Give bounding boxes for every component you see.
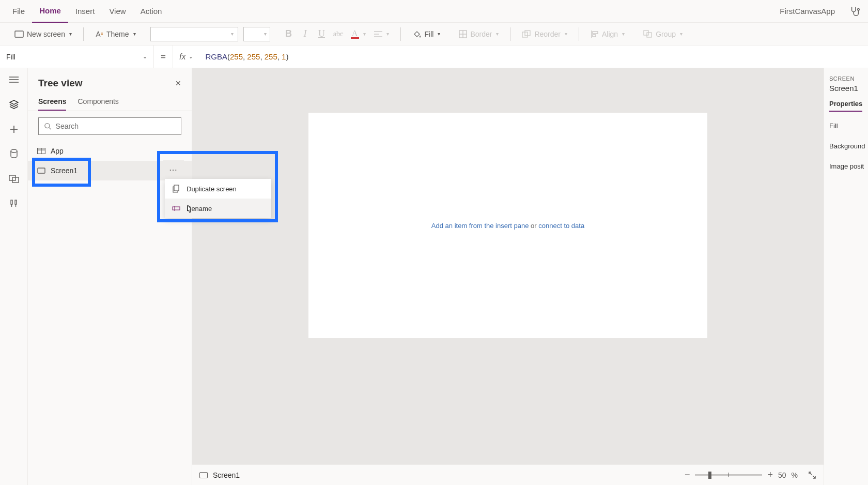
fx-label: fx [179,52,185,62]
italic-button[interactable]: I [297,28,314,39]
zoom-unit: % [792,471,798,479]
svg-rect-32 [38,168,45,173]
fx-button[interactable]: fx ⌄ [173,46,199,68]
zoom-in-button[interactable]: + [767,469,773,480]
menu-home[interactable]: Home [32,0,68,23]
search-input[interactable] [38,117,181,135]
theme-button[interactable]: Theme ▾ [91,26,140,42]
svg-rect-36 [173,207,180,210]
border-label: Border [470,30,492,38]
screen-icon [199,472,208,478]
screen-icon [37,166,45,175]
property-name: Fill [6,53,16,61]
strikethrough-button[interactable]: abc [330,30,347,38]
copy-icon [172,185,180,193]
design-canvas[interactable]: Add an item from the insert pane or conn… [308,113,707,338]
group-button[interactable]: Group ▾ [639,26,687,42]
context-menu: Duplicate screen Rename [165,179,271,218]
tree-view-icon[interactable] [8,98,20,111]
tree-item-label: App [51,147,64,155]
formula-bar: Fill ⌄ = fx ⌄ RGBA(255, 255, 255, 1) [0,46,868,68]
prop-row-image-position[interactable]: Image posit [829,162,863,170]
group-label: Group [656,30,676,38]
svg-point-27 [45,124,50,128]
ctx-item-label: Rename [187,205,212,213]
zoom-slider[interactable] [695,474,762,476]
svg-line-34 [813,476,815,478]
status-bar: Screen1 − + 50 % [192,464,824,485]
close-icon[interactable]: ✕ [175,79,181,87]
new-screen-label: New screen [27,30,65,38]
ctx-item-label: Duplicate screen [187,185,237,193]
property-dropdown[interactable]: Fill ⌄ [0,46,154,68]
prop-row-fill[interactable]: Fill [829,122,863,130]
equals-sign: = [154,52,173,62]
chevron-down-icon: ▾ [386,31,389,37]
bold-button[interactable]: B [281,28,297,39]
fill-button[interactable]: Fill ▾ [408,26,445,42]
ctx-duplicate-screen[interactable]: Duplicate screen [165,179,271,199]
canvas-hint-link-insert[interactable]: Add an item from the insert pane [431,222,529,230]
properties-panel: SCREEN Screen1 Properties Fill Backgroun… [824,68,868,485]
media-icon[interactable] [8,173,20,185]
data-icon[interactable] [8,148,20,160]
svg-point-20 [11,149,17,153]
advanced-tools-icon[interactable] [8,198,20,210]
formula-fn: RGBA [205,52,227,61]
menu-view[interactable]: View [102,0,133,23]
new-screen-button[interactable]: New screen ▾ [10,26,76,42]
menu-insert[interactable]: Insert [68,0,102,23]
reorder-label: Reorder [534,30,561,38]
align-label: Align [602,30,618,38]
menu-action[interactable]: Action [133,0,169,23]
svg-rect-35 [174,185,179,191]
canvas-hint-link-data[interactable]: connect to data [538,222,584,230]
app-checker-icon[interactable] [847,4,863,19]
chevron-down-icon: ⌄ [143,53,147,60]
props-heading: SCREEN [829,75,863,82]
svg-rect-1 [15,31,23,37]
fill-label: Fill [425,30,434,38]
chevron-down-icon: ⌄ [189,54,193,59]
tab-screens[interactable]: Screens [38,93,66,111]
app-icon [37,147,45,155]
hamburger-icon[interactable] [8,73,20,86]
text-align-button[interactable]: ▾ [370,26,393,42]
more-options-button[interactable]: ⋯ [163,160,184,179]
insert-icon[interactable] [8,123,20,135]
svg-rect-12 [593,35,596,37]
props-tab-properties[interactable]: Properties [829,100,862,112]
fit-to-window-icon[interactable] [808,471,816,479]
zoom-out-button[interactable]: − [685,469,690,480]
font-size-dropdown[interactable]: ▾ [243,27,270,41]
tree-tabs: Screens Components [28,93,192,111]
chevron-down-icon: ▾ [680,31,683,37]
left-rail [0,68,28,485]
reorder-button[interactable]: Reorder ▾ [518,26,571,42]
separator [579,27,579,41]
tab-components[interactable]: Components [78,93,118,111]
tree-item-app[interactable]: App [28,141,192,161]
font-family-dropdown[interactable]: ▾ [150,27,238,41]
canvas-area: Add an item from the insert pane or conn… [192,68,824,485]
underline-button[interactable]: U [314,28,330,39]
align-button[interactable]: Align ▾ [586,26,629,42]
menu-file[interactable]: File [5,0,32,23]
menu-bar: File Home Insert View Action FirstCanvas… [0,0,868,23]
svg-line-33 [810,473,812,475]
svg-rect-24 [15,200,17,204]
separator [400,27,401,41]
ctx-rename[interactable]: Rename [165,199,271,218]
chevron-down-icon: ▾ [622,31,625,37]
prop-row-background[interactable]: Background [829,142,863,150]
rename-icon [172,204,180,213]
formula-input[interactable]: RGBA(255, 255, 255, 1) [199,52,288,62]
font-color-button[interactable]: A ▾ [347,26,370,42]
svg-rect-11 [593,32,598,34]
app-name-label: FirstCanvasApp [780,7,840,16]
chevron-down-icon: ▾ [438,31,440,37]
search-field[interactable] [56,122,176,130]
separator [83,27,84,41]
chevron-down-icon: ▾ [565,31,567,37]
border-button[interactable]: Border ▾ [455,26,503,42]
